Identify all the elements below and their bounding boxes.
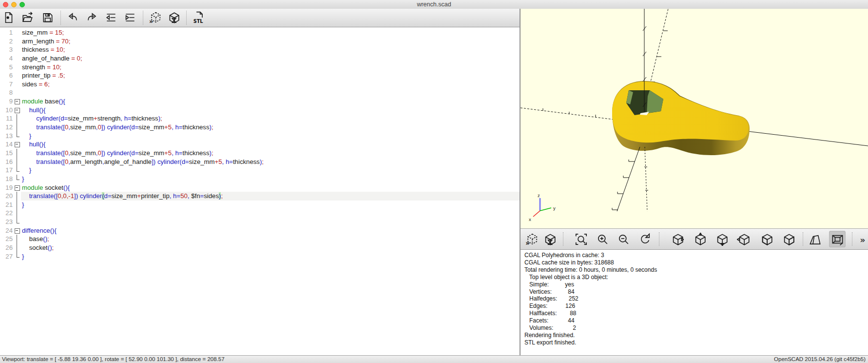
code-line: 1size_mm = 15;: [0, 28, 520, 37]
code-line: 11 cylinder(d=size_mm+strength, h=thickn…: [0, 114, 520, 123]
code-text: sides = 6;: [21, 80, 520, 89]
line-number[interactable]: 3: [0, 45, 14, 54]
fold-marker: [14, 235, 21, 243]
console-output[interactable]: CGAL Polyhedrons in cache: 3CGAL cache s…: [521, 250, 868, 355]
view-bottom-icon: [715, 233, 728, 246]
z-axis-label: z: [538, 193, 540, 198]
viewport-button-view-front[interactable]: [758, 231, 774, 247]
code-text: translate([0,size_mm,0]) cylinder(d=size…: [21, 149, 520, 158]
toolbar-button-undo[interactable]: [65, 9, 81, 26]
line-number[interactable]: 17: [0, 166, 14, 175]
viewport-button-view-top[interactable]: [691, 231, 708, 247]
viewport-button-perspective[interactable]: [807, 231, 823, 247]
line-number[interactable]: 4: [0, 54, 14, 63]
status-bar: Viewport: translate = [ -5.88 19.36 0.00…: [0, 355, 868, 363]
viewport-button-render[interactable]: [541, 231, 558, 247]
fold-marker: [14, 132, 21, 141]
line-number[interactable]: 1: [0, 28, 14, 37]
toolbar-button-redo[interactable]: [83, 9, 100, 26]
viewport-button-more[interactable]: »: [856, 231, 868, 247]
console-line: Simple: yes: [524, 281, 868, 288]
fold-marker: [14, 28, 21, 37]
code-text: translate([0,arm_length,angle_of_handle]…: [21, 158, 520, 166]
viewport-button-zoom-in[interactable]: [594, 231, 611, 247]
fold-marker: [14, 54, 21, 63]
line-number[interactable]: 6: [0, 71, 14, 80]
code-text: arm_length = 70;: [21, 37, 520, 46]
viewport-button-preview[interactable]: »: [523, 231, 540, 247]
fold-marker[interactable]: [14, 226, 21, 235]
viewport-button-view-bottom[interactable]: [713, 231, 730, 247]
line-number[interactable]: 21: [0, 201, 14, 209]
render-icon: [543, 233, 556, 246]
line-number[interactable]: 24: [0, 226, 14, 235]
toolbar-button-stl-export[interactable]: STL: [191, 9, 207, 26]
viewport-button-reset-view[interactable]: [637, 231, 653, 247]
fold-marker: [14, 80, 21, 89]
fold-marker: [14, 252, 21, 261]
line-number[interactable]: 27: [0, 252, 14, 261]
console-line: Rendering finished.: [524, 332, 868, 339]
fold-marker: [14, 149, 21, 158]
code-line: 27}: [0, 252, 520, 261]
viewport-button-orthographic[interactable]: [829, 231, 846, 247]
line-number[interactable]: 8: [0, 88, 14, 97]
viewport-button-view-left[interactable]: [669, 231, 685, 247]
fold-marker: [14, 114, 21, 123]
line-number[interactable]: 15: [0, 149, 14, 158]
open-icon: [21, 11, 34, 24]
code-editor[interactable]: 1size_mm = 15;2arm_length = 70;3thicknes…: [0, 27, 520, 356]
line-number[interactable]: 2: [0, 37, 14, 46]
viewport-button-view-back[interactable]: [780, 231, 796, 247]
line-number[interactable]: 26: [0, 243, 14, 252]
line-number[interactable]: 18: [0, 175, 14, 183]
line-number[interactable]: 10: [0, 106, 14, 115]
line-number[interactable]: 12: [0, 123, 14, 132]
toolbar-button-preview[interactable]: »: [147, 9, 163, 26]
save-icon: [41, 11, 54, 24]
viewport-button-zoom-all[interactable]: [573, 231, 589, 247]
viewport-button-view-right[interactable]: [735, 231, 752, 247]
line-number[interactable]: 22: [0, 209, 14, 218]
line-number[interactable]: 20: [0, 192, 14, 201]
fold-marker[interactable]: [14, 97, 21, 106]
fold-marker: [14, 88, 21, 97]
fold-marker[interactable]: [14, 106, 21, 115]
console-line: Total rendering time: 0 hours, 0 minutes…: [524, 266, 868, 274]
toolbar-button-open[interactable]: [19, 9, 36, 26]
code-line: 12 translate([0,size_mm,0]) cylinder(d=s…: [0, 123, 520, 132]
view-right-icon: [737, 233, 750, 246]
code-line: 26 socket();: [0, 243, 520, 252]
toolbar-button-render[interactable]: [165, 9, 182, 26]
code-text: }: [21, 201, 520, 209]
line-number[interactable]: 14: [0, 140, 14, 149]
code-text: }: [21, 166, 520, 175]
console-line: CGAL Polyhedrons in cache: 3: [524, 252, 868, 259]
preview-icon: »: [525, 233, 538, 246]
line-number[interactable]: 11: [0, 114, 14, 123]
code-text: hull(){: [21, 106, 520, 115]
fold-marker: [14, 45, 21, 54]
code-line: 17 }: [0, 166, 520, 175]
line-number[interactable]: 13: [0, 132, 14, 141]
code-line: 22: [0, 209, 520, 218]
line-number[interactable]: 7: [0, 80, 14, 89]
toolbar-button-save[interactable]: [39, 9, 56, 26]
x-axis-label: x: [529, 217, 531, 222]
toolbar-button-new-file[interactable]: [0, 9, 17, 26]
fold-marker[interactable]: [14, 140, 21, 149]
console-line: STL export finished.: [524, 339, 868, 346]
toolbar-button-indent[interactable]: [122, 9, 138, 26]
line-number[interactable]: 16: [0, 158, 14, 166]
line-number[interactable]: 5: [0, 63, 14, 72]
console-line: CGAL cache size in bytes: 318688: [524, 259, 868, 266]
line-number[interactable]: 25: [0, 235, 14, 243]
viewport-button-zoom-out[interactable]: [615, 231, 632, 247]
3d-viewport[interactable]: z y x: [521, 9, 868, 228]
viewport-status-text: Viewport: translate = [ -5.88 19.36 0.00…: [2, 356, 225, 362]
line-number[interactable]: 19: [0, 183, 14, 192]
line-number[interactable]: 9: [0, 97, 14, 106]
fold-marker[interactable]: [14, 183, 21, 192]
line-number[interactable]: 23: [0, 218, 14, 226]
toolbar-button-unindent[interactable]: [103, 9, 119, 26]
